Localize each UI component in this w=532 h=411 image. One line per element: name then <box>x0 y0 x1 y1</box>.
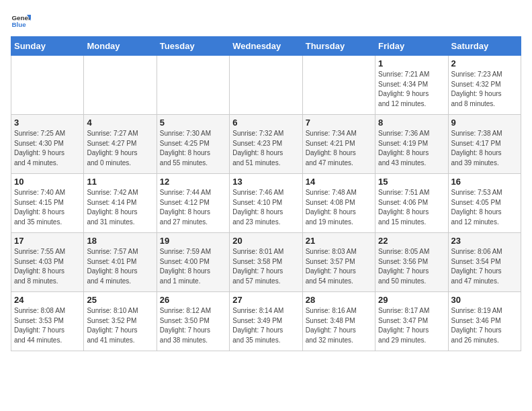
day-info: Sunrise: 7:25 AM Sunset: 4:30 PM Dayligh… <box>14 129 81 168</box>
calendar-cell: 13Sunrise: 7:46 AM Sunset: 4:10 PM Dayli… <box>230 174 302 233</box>
day-info: Sunrise: 8:12 AM Sunset: 3:50 PM Dayligh… <box>160 306 226 345</box>
day-number: 23 <box>451 236 518 246</box>
column-headers: SundayMondayTuesdayWednesdayThursdayFrid… <box>11 37 521 56</box>
calendar-cell: 20Sunrise: 8:01 AM Sunset: 3:58 PM Dayli… <box>230 233 302 292</box>
calendar-cell: 7Sunrise: 7:34 AM Sunset: 4:21 PM Daylig… <box>302 115 375 174</box>
day-number: 20 <box>232 236 299 246</box>
day-number: 2 <box>451 58 518 68</box>
day-info: Sunrise: 7:36 AM Sunset: 4:19 PM Dayligh… <box>378 129 445 168</box>
day-info: Sunrise: 7:42 AM Sunset: 4:14 PM Dayligh… <box>87 188 153 227</box>
page-header: General Blue <box>11 11 521 31</box>
column-header-tuesday: Tuesday <box>157 37 229 56</box>
day-info: Sunrise: 7:55 AM Sunset: 4:03 PM Dayligh… <box>14 247 81 286</box>
calendar-row: 1Sunrise: 7:21 AM Sunset: 4:34 PM Daylig… <box>11 56 521 115</box>
calendar-cell: 3Sunrise: 7:25 AM Sunset: 4:30 PM Daylig… <box>11 115 84 174</box>
day-info: Sunrise: 8:14 AM Sunset: 3:49 PM Dayligh… <box>232 306 299 345</box>
calendar-cell: 25Sunrise: 8:10 AM Sunset: 3:52 PM Dayli… <box>84 292 157 351</box>
calendar-cell: 4Sunrise: 7:27 AM Sunset: 4:27 PM Daylig… <box>84 115 157 174</box>
day-number: 30 <box>451 295 518 305</box>
column-header-wednesday: Wednesday <box>230 37 302 56</box>
day-info: Sunrise: 8:05 AM Sunset: 3:56 PM Dayligh… <box>378 247 445 286</box>
calendar-cell <box>157 56 229 115</box>
column-header-saturday: Saturday <box>448 37 521 56</box>
calendar-cell: 5Sunrise: 7:30 AM Sunset: 4:25 PM Daylig… <box>157 115 229 174</box>
day-number: 26 <box>160 295 226 305</box>
day-info: Sunrise: 7:34 AM Sunset: 4:21 PM Dayligh… <box>306 129 372 168</box>
calendar-cell: 2Sunrise: 7:23 AM Sunset: 4:32 PM Daylig… <box>448 56 521 115</box>
day-info: Sunrise: 7:40 AM Sunset: 4:15 PM Dayligh… <box>14 188 81 227</box>
calendar-cell: 6Sunrise: 7:32 AM Sunset: 4:23 PM Daylig… <box>230 115 302 174</box>
day-info: Sunrise: 7:59 AM Sunset: 4:00 PM Dayligh… <box>160 247 226 286</box>
column-header-monday: Monday <box>84 37 157 56</box>
calendar-cell: 24Sunrise: 8:08 AM Sunset: 3:53 PM Dayli… <box>11 292 84 351</box>
calendar-cell: 28Sunrise: 8:16 AM Sunset: 3:48 PM Dayli… <box>302 292 375 351</box>
calendar-cell: 12Sunrise: 7:44 AM Sunset: 4:12 PM Dayli… <box>157 174 229 233</box>
day-number: 14 <box>306 177 372 187</box>
day-info: Sunrise: 8:01 AM Sunset: 3:58 PM Dayligh… <box>232 247 299 286</box>
day-info: Sunrise: 7:53 AM Sunset: 4:05 PM Dayligh… <box>451 188 518 227</box>
calendar-row: 24Sunrise: 8:08 AM Sunset: 3:53 PM Dayli… <box>11 292 521 351</box>
day-number: 6 <box>232 118 299 128</box>
column-header-thursday: Thursday <box>302 37 375 56</box>
day-info: Sunrise: 7:51 AM Sunset: 4:06 PM Dayligh… <box>378 188 445 227</box>
day-number: 8 <box>378 118 445 128</box>
day-info: Sunrise: 8:08 AM Sunset: 3:53 PM Dayligh… <box>14 306 81 345</box>
day-number: 25 <box>87 295 153 305</box>
calendar-cell: 29Sunrise: 8:17 AM Sunset: 3:47 PM Dayli… <box>375 292 448 351</box>
calendar-cell <box>302 56 375 115</box>
calendar-cell: 15Sunrise: 7:51 AM Sunset: 4:06 PM Dayli… <box>375 174 448 233</box>
calendar-cell: 26Sunrise: 8:12 AM Sunset: 3:50 PM Dayli… <box>157 292 229 351</box>
day-number: 28 <box>306 295 372 305</box>
logo-icon: General Blue <box>11 11 31 31</box>
calendar-row: 3Sunrise: 7:25 AM Sunset: 4:30 PM Daylig… <box>11 115 521 174</box>
column-header-sunday: Sunday <box>11 37 84 56</box>
day-number: 29 <box>378 295 445 305</box>
day-info: Sunrise: 7:57 AM Sunset: 4:01 PM Dayligh… <box>87 247 153 286</box>
calendar-cell: 21Sunrise: 8:03 AM Sunset: 3:57 PM Dayli… <box>302 233 375 292</box>
day-info: Sunrise: 7:21 AM Sunset: 4:34 PM Dayligh… <box>378 70 445 109</box>
day-number: 10 <box>14 177 81 187</box>
day-info: Sunrise: 7:46 AM Sunset: 4:10 PM Dayligh… <box>232 188 299 227</box>
day-number: 1 <box>378 58 445 68</box>
calendar-cell: 11Sunrise: 7:42 AM Sunset: 4:14 PM Dayli… <box>84 174 157 233</box>
day-number: 7 <box>306 118 372 128</box>
calendar-cell: 8Sunrise: 7:36 AM Sunset: 4:19 PM Daylig… <box>375 115 448 174</box>
calendar-cell: 30Sunrise: 8:19 AM Sunset: 3:46 PM Dayli… <box>448 292 521 351</box>
calendar-row: 17Sunrise: 7:55 AM Sunset: 4:03 PM Dayli… <box>11 233 521 292</box>
day-info: Sunrise: 7:38 AM Sunset: 4:17 PM Dayligh… <box>451 129 518 168</box>
calendar-cell: 27Sunrise: 8:14 AM Sunset: 3:49 PM Dayli… <box>230 292 302 351</box>
day-number: 24 <box>14 295 81 305</box>
day-info: Sunrise: 7:27 AM Sunset: 4:27 PM Dayligh… <box>87 129 153 168</box>
calendar-cell: 16Sunrise: 7:53 AM Sunset: 4:05 PM Dayli… <box>448 174 521 233</box>
day-number: 21 <box>306 236 372 246</box>
calendar-table: SundayMondayTuesdayWednesdayThursdayFrid… <box>11 36 521 351</box>
calendar-row: 10Sunrise: 7:40 AM Sunset: 4:15 PM Dayli… <box>11 174 521 233</box>
day-number: 11 <box>87 177 153 187</box>
calendar-cell: 14Sunrise: 7:48 AM Sunset: 4:08 PM Dayli… <box>302 174 375 233</box>
svg-text:Blue: Blue <box>12 21 27 28</box>
day-info: Sunrise: 7:23 AM Sunset: 4:32 PM Dayligh… <box>451 70 518 109</box>
calendar-cell: 18Sunrise: 7:57 AM Sunset: 4:01 PM Dayli… <box>84 233 157 292</box>
calendar-cell: 23Sunrise: 8:06 AM Sunset: 3:54 PM Dayli… <box>448 233 521 292</box>
day-number: 3 <box>14 118 81 128</box>
day-info: Sunrise: 8:06 AM Sunset: 3:54 PM Dayligh… <box>451 247 518 286</box>
day-info: Sunrise: 8:10 AM Sunset: 3:52 PM Dayligh… <box>87 306 153 345</box>
day-number: 13 <box>232 177 299 187</box>
day-info: Sunrise: 8:17 AM Sunset: 3:47 PM Dayligh… <box>378 306 445 345</box>
day-number: 27 <box>232 295 299 305</box>
day-number: 5 <box>160 118 226 128</box>
calendar-cell: 10Sunrise: 7:40 AM Sunset: 4:15 PM Dayli… <box>11 174 84 233</box>
logo: General Blue <box>11 11 34 31</box>
day-number: 18 <box>87 236 153 246</box>
day-info: Sunrise: 7:48 AM Sunset: 4:08 PM Dayligh… <box>306 188 372 227</box>
calendar-cell: 9Sunrise: 7:38 AM Sunset: 4:17 PM Daylig… <box>448 115 521 174</box>
day-info: Sunrise: 8:03 AM Sunset: 3:57 PM Dayligh… <box>306 247 372 286</box>
day-number: 17 <box>14 236 81 246</box>
day-info: Sunrise: 8:19 AM Sunset: 3:46 PM Dayligh… <box>451 306 518 345</box>
day-info: Sunrise: 8:16 AM Sunset: 3:48 PM Dayligh… <box>306 306 372 345</box>
calendar-cell: 17Sunrise: 7:55 AM Sunset: 4:03 PM Dayli… <box>11 233 84 292</box>
day-number: 19 <box>160 236 226 246</box>
calendar-cell: 22Sunrise: 8:05 AM Sunset: 3:56 PM Dayli… <box>375 233 448 292</box>
calendar-cell <box>84 56 157 115</box>
day-number: 16 <box>451 177 518 187</box>
